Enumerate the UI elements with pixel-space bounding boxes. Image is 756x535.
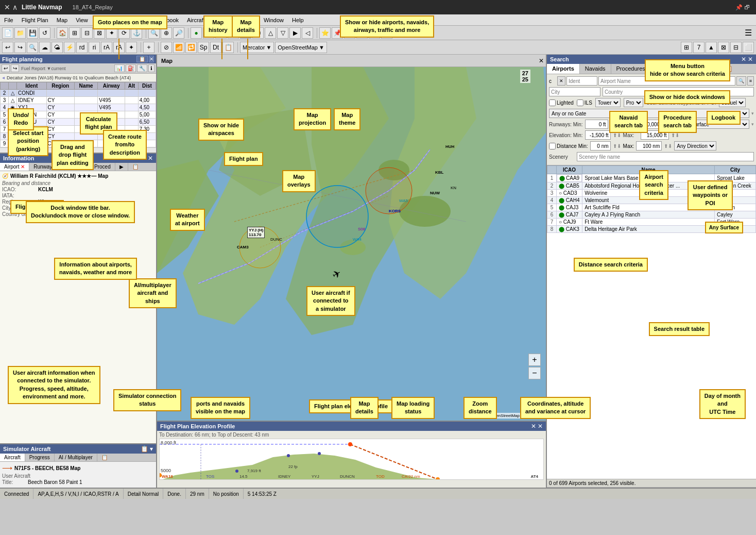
tb2-2[interactable]: ↪ <box>14 42 26 53</box>
tb2-1[interactable]: ↩ <box>2 42 13 53</box>
tb-6[interactable]: ✦ <box>106 27 117 39</box>
tb2-end2[interactable]: 7 <box>693 42 705 53</box>
info-tab-more[interactable]: ▶ <box>115 163 128 171</box>
runway-min-input[interactable] <box>585 120 608 129</box>
tb2-end1[interactable]: ⊞ <box>681 42 692 53</box>
tab-navaids[interactable]: Navaids <box>580 64 611 74</box>
tb-x3[interactable]: ✂ <box>369 27 380 39</box>
result-row[interactable]: 1 ⬤ CAA9 Sproat Lake Mars Base Sproat La… <box>547 174 756 182</box>
menu-scenery[interactable]: Scenery <box>209 16 238 24</box>
tb2-dtr[interactable]: Dt <box>210 42 221 53</box>
table-row[interactable]: 3 △ IDNEY CY V495 4,00 <box>1 97 156 104</box>
tb2-9[interactable]: rA <box>101 42 112 53</box>
fp-fuel[interactable]: ⛽ <box>126 64 136 72</box>
menu-view[interactable]: View <box>72 16 92 24</box>
tb2-icao[interactable]: ⊘ <box>161 42 172 53</box>
tb2-4[interactable]: ☁ <box>39 42 50 53</box>
info-tab-airport[interactable]: Airport ✕ <box>0 163 29 171</box>
tb-8[interactable]: ⚓ <box>131 27 142 39</box>
result-row[interactable]: 4 ⬤ CAH4 Valemount <box>547 197 756 204</box>
zoom-in[interactable]: + <box>528 354 541 366</box>
tb-7[interactable]: ⟳ <box>118 27 130 39</box>
tb-back[interactable]: ⊞ <box>69 27 80 39</box>
tb2-trx[interactable]: 📶 <box>173 42 184 53</box>
result-row[interactable]: 5 ⬤ CAJ3 Art Sutcliffe Fld Creston <box>547 204 756 211</box>
search-clear[interactable]: ✕ <box>557 76 565 86</box>
tb2-rstr[interactable]: 🔁 <box>185 42 197 53</box>
map-close[interactable]: ✕ <box>539 57 544 64</box>
elev-close[interactable]: ✕ ✕ <box>531 423 543 430</box>
tb-nav10[interactable]: ◁ <box>302 27 313 39</box>
search-name-input[interactable] <box>598 76 735 86</box>
tb2-plus[interactable]: + <box>143 42 154 53</box>
tower-select[interactable]: Tower <box>595 98 621 107</box>
menu-file[interactable]: File <box>0 16 18 24</box>
sim-close[interactable]: 📋 ▾ <box>141 445 153 453</box>
tb-nav3[interactable]: ○ <box>215 27 227 39</box>
elev-min-input[interactable] <box>585 130 611 140</box>
menu-help[interactable]: Help <box>288 16 308 24</box>
tb-nav4[interactable]: ○ <box>228 27 239 39</box>
tb-nav1[interactable]: ● <box>191 27 202 39</box>
info-tab-proced[interactable]: Proced <box>90 163 115 171</box>
surface-select[interactable]: Any Surface <box>679 120 749 129</box>
tb-new[interactable]: 📄 <box>2 27 13 39</box>
tb-nav9[interactable]: ▶ <box>289 27 301 39</box>
fp-close[interactable]: ✕ <box>149 56 154 62</box>
info-tab-runways[interactable]: Runways ✕ <box>29 163 65 171</box>
result-row[interactable]: 3 ○ CAD3 Wolverine <box>547 190 756 197</box>
ils-checkbox[interactable] <box>577 99 583 106</box>
distance-max-input[interactable] <box>636 141 662 151</box>
menu-button-icon[interactable]: ☰ <box>743 28 754 38</box>
table-row[interactable]: 5 DUNCN CY V440 5,00 <box>1 111 156 119</box>
tb-x1[interactable]: 🔑 <box>344 27 355 39</box>
menu-logbook[interactable]: Logbook <box>153 16 183 24</box>
tb2-7[interactable]: rd <box>76 42 88 53</box>
search-country-input[interactable] <box>603 87 754 96</box>
menu-map[interactable]: Map <box>53 16 72 24</box>
menu-tools[interactable]: Tools <box>238 16 260 24</box>
fp-calc[interactable]: 📊 <box>114 64 125 72</box>
gate-select[interactable]: Any or no Gate <box>549 109 749 118</box>
tb-refresh[interactable]: ↺ <box>39 27 50 39</box>
window-pin[interactable]: 📌 🗗 <box>735 4 750 11</box>
tb2-end6[interactable]: ⬜ <box>743 42 754 53</box>
fp-info[interactable]: ℹ <box>148 64 154 72</box>
tb-search3[interactable]: 🔎 <box>173 27 184 39</box>
table-row[interactable]: 8 ◉ AT4 CY <box>1 133 156 140</box>
info-tab-copy[interactable]: 📋 <box>128 163 143 171</box>
openstreetmap-dropdown[interactable]: OpenStreetMap ▼ <box>275 42 327 53</box>
menu-window[interactable]: Window <box>260 16 288 24</box>
tb2-plan[interactable]: 📋 <box>222 42 234 53</box>
search-options[interactable]: ≡ <box>747 76 754 86</box>
result-row[interactable]: 7 ○ CAJ9 Ft Ware Fort Ware <box>547 219 756 226</box>
tb2-5[interactable]: 🌤 <box>51 42 63 53</box>
sim-tab-copy[interactable]: 📋 <box>97 454 112 461</box>
table-row[interactable]: 7 NANGU CY V440 7,30 <box>1 126 156 133</box>
menu-flightplan[interactable]: Flight Plan <box>18 16 53 24</box>
tb-pin[interactable]: 📌 <box>332 27 343 39</box>
direction-select[interactable]: Any Direction <box>674 141 716 151</box>
zoom-out[interactable]: − <box>528 367 541 379</box>
elev-max-input[interactable] <box>641 130 669 140</box>
tb2-8[interactable]: ri <box>89 42 100 53</box>
jetfuel-select[interactable]: Jetfuel <box>719 98 746 107</box>
tb-x4[interactable]: ✗ <box>381 27 392 39</box>
tb-save[interactable]: 💾 <box>27 27 38 39</box>
tb-home[interactable]: 🏠 <box>57 27 68 39</box>
tab-userpoints[interactable]: Userpoints <box>651 64 689 74</box>
fp-copy[interactable]: 📋 <box>136 56 148 62</box>
tab-airports[interactable]: Airports <box>547 64 580 74</box>
distance-min-input[interactable] <box>590 141 611 151</box>
fp-undo[interactable]: ↩ <box>2 64 10 72</box>
tb-5[interactable]: ⊠ <box>94 27 105 39</box>
menu-weather[interactable]: Weather <box>92 16 122 24</box>
runway-max-input[interactable] <box>638 120 666 129</box>
search-city-input[interactable] <box>549 87 600 96</box>
menu-aircraft[interactable]: Aircraft <box>183 16 209 24</box>
procedure-select[interactable]: Pro <box>624 98 643 107</box>
mercator-dropdown[interactable]: Mercator ▼ <box>240 42 274 53</box>
sim-tab-progress[interactable]: Progress <box>25 454 55 461</box>
tb2-spec[interactable]: Sp <box>198 42 209 53</box>
tb2-end5[interactable]: ⊟ <box>730 42 742 53</box>
